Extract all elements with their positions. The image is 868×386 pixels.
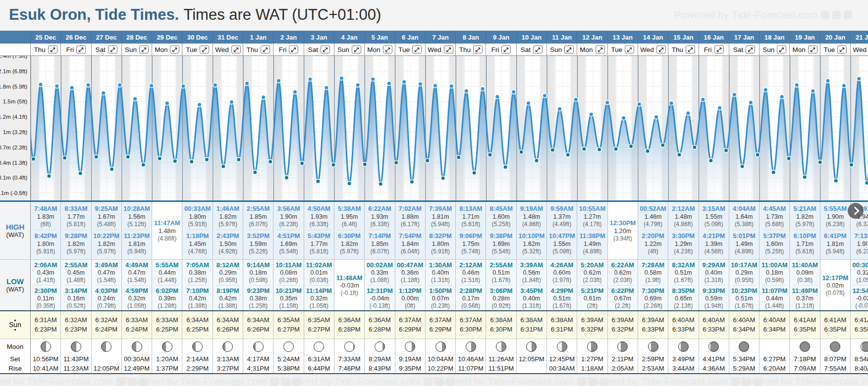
high-tide-height-m: 1.29m [675,240,692,248]
expand-day-button[interactable] [352,46,361,53]
sun-cell: 6:37AM6:30PM [456,311,486,338]
expand-day-button[interactable] [108,46,117,53]
low-tide-height-m: 0.09m [796,269,814,277]
moonrise-cell: 2:53AM [638,364,668,373]
expand-day-button[interactable] [714,46,724,53]
moon-phase-icon [708,341,719,352]
high-tide-entry: 3:52PM1.59m(5.22ft) [247,232,270,255]
high-tide-entry: 6:30PM1.82m(5.97ft) [338,232,361,255]
high-tide-time: 5:21AM [793,204,816,213]
next-days-button[interactable] [848,203,864,219]
expand-day-button[interactable] [473,46,483,53]
moonset-time: 4:17AM [247,355,270,363]
low-tide-height-ft: (1.38ft) [188,302,207,309]
moonrise-cell [517,364,547,373]
entry-separator [368,285,391,286]
expand-day-button[interactable] [501,46,511,53]
low-tide-entry: 11:02AM0.01m(0.03ft) [306,261,332,284]
low-tide-entry: 12:31PM-0.04m(-0.13ft) [367,287,393,309]
high-tide-height-ft: (4.79ft) [644,221,662,228]
sunset-time: 6:31PM [520,326,542,334]
sunrise-time: 6:40AM [672,316,695,324]
high-tide-entry: 6:10PM1.71m(5.61ft) [794,232,816,255]
moonrise-cell: 3:44AM [668,364,699,373]
low-tide-time: 11:49PM [792,287,818,295]
high-tide-time: 5:43PM [308,232,330,240]
expand-day-button[interactable] [625,46,634,53]
expand-icon [141,47,147,52]
expand-day-button[interactable] [289,46,298,53]
high-tide-height-ft: (5.68ft) [765,221,784,228]
expand-day-button[interactable] [596,46,605,53]
expand-day-button[interactable] [139,46,149,53]
expand-day-button[interactable] [777,46,786,53]
expand-day-button[interactable] [837,46,847,53]
moon-cell [547,339,577,354]
expand-day-button[interactable] [76,46,86,53]
high-tide-entry: 11:38PM1.49m(4.89ft) [579,232,605,255]
expand-day-button[interactable] [261,46,270,53]
high-tide-height-m: 1.82m [98,240,115,248]
high-tide-entry: 10:28AM1.56m(5.12ft) [123,204,150,228]
moonrise-cell: 8:43PM [365,364,395,373]
high-tide-entry: 6:41PM1.81m(5.94ft) [824,232,847,255]
weekday-cell: Tue [608,44,638,55]
moonrise-time: 11:51PM [488,365,514,372]
high-tide-entry: 7:54PM1.84m(6.04ft) [399,232,422,255]
watermark-mountain-icon [844,11,852,19]
high-tide-height-ft: (6.07ft) [370,248,389,255]
high-tide-time: 6:41PM [824,232,847,240]
low-tide-dot [316,179,321,184]
expand-day-button[interactable] [746,46,755,53]
y-axis-label: 1m (3.2ft) [3,129,27,135]
low-tide-height-m: 0.61m [584,295,601,302]
expand-day-button[interactable] [533,46,542,53]
sun-cell: 6:38AM6:30PM [486,311,516,338]
expand-day-button[interactable] [48,46,57,53]
date-cell: 17 Jan [729,31,760,44]
entry-separator [459,285,482,286]
low-tide-height-ft: (0.92ft) [492,302,511,309]
low-tide-height-ft: (2.13ft) [674,302,693,309]
expand-day-button[interactable] [231,46,241,53]
low-tide-entry: 5:55AM0.44m(1.44ft) [156,261,178,284]
expand-day-button[interactable] [383,46,392,53]
moonrise-cell: 5:29AM [729,364,760,373]
entry-separator [672,230,695,230]
watermark-footer: Powered by Tide-Forecast.com [123,376,301,386]
high-tide-height-m: 1.77m [67,213,85,221]
expand-day-button[interactable] [656,46,666,53]
expand-day-button[interactable] [686,46,695,53]
date-cell: 20 Jan [820,31,851,44]
weekday-cell: Sat [729,44,760,55]
low-tide-time: 2:28PM [460,287,483,295]
low-tide-dot [709,158,713,163]
expand-day-button[interactable] [564,46,574,53]
high-tide-cell: 7:02AM1.88m(6.17ft)7:54PM1.84m(6.04ft) [395,202,426,259]
moonrise-cell: 1:37PM [152,364,182,373]
sunset-time: 6:30PM [490,326,512,334]
low-tide-height-ft: (1.67ft) [492,277,511,284]
expand-day-button[interactable] [412,46,422,53]
moonset-time: 3:49PM [672,355,695,363]
low-tide-height-m: 0.45m [67,269,85,277]
expand-day-button[interactable] [170,46,179,53]
expand-day-button[interactable] [321,46,330,53]
expand-day-button[interactable] [200,46,209,53]
moonrise-gutter: Rise [0,364,31,373]
low-tide-cell: 00:02AM0.33m(1.08ft)12:31PM-0.04m(-0.13f… [365,260,395,310]
high-tide-height-m: 1.81m [432,213,449,221]
watermark-top: Powered by Tide-Forecast.com [674,9,852,21]
low-tide-time: 10:17AM [731,261,757,269]
high-tide-height-ft: (4.89ft) [735,248,754,255]
expand-day-button[interactable] [444,46,453,53]
moonrise-time: 12:49PM [124,365,150,372]
low-tide-height-m: 0.38m [189,269,206,277]
sunrise-time: 6:38AM [490,316,512,324]
entry-separator [550,230,573,230]
sun-cell: 6:39AM6:33PM [638,311,668,338]
moonrise-cell: 10:41AM [31,364,61,373]
sunset-time: 6:27PM [277,326,300,334]
expand-day-button[interactable] [808,46,817,53]
low-tz-label: (WAT) [6,286,24,293]
